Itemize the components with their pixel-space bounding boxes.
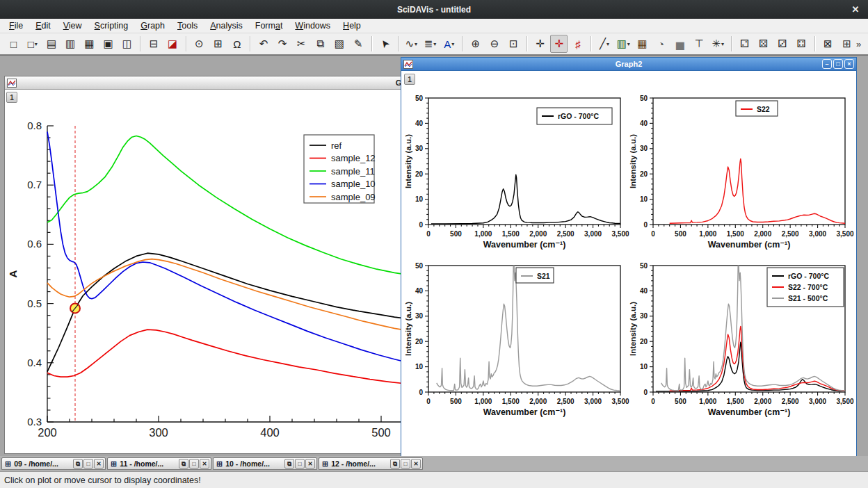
graph2-subplot-top-left[interactable]: 05001,0001,5002,0002,5003,0003,500010203… bbox=[403, 94, 634, 255]
app-close-button[interactable]: ✕ bbox=[849, 3, 862, 16]
convert-to-table-button[interactable]: ⊠ bbox=[819, 35, 837, 53]
copy-button[interactable]: ⧉ bbox=[312, 35, 329, 53]
svg-text:2,500: 2,500 bbox=[782, 398, 799, 405]
zoom-in-icon: ⊕ bbox=[472, 38, 481, 50]
tab-maximize-button[interactable]: □ bbox=[189, 459, 199, 469]
add-legend-menu-button[interactable]: ≣▾ bbox=[421, 35, 439, 53]
graph2-subplot-legend[interactable]: rGO - 700°CS22 - 700°CS21 - 500°C bbox=[767, 268, 844, 307]
graph1-legend[interactable]: refsample_12sample_11sample_10sample_09 bbox=[304, 135, 376, 203]
menu-analysis[interactable]: Analysis bbox=[204, 19, 249, 32]
tab-close-button[interactable]: ✕ bbox=[200, 459, 209, 469]
svg-text:50: 50 bbox=[640, 95, 648, 102]
zoom-in-button[interactable]: ⊕ bbox=[467, 35, 484, 53]
tab-restore-button[interactable]: ⧉ bbox=[284, 459, 294, 469]
lock-toolbars-button[interactable]: Ω bbox=[228, 35, 246, 53]
svg-text:1,000: 1,000 bbox=[699, 398, 716, 405]
print-button[interactable]: ⊟ bbox=[145, 35, 162, 53]
graph2-subplot-bottom-left[interactable]: 05001,0001,5002,0002,5003,0003,500010203… bbox=[403, 261, 634, 423]
save-as-button[interactable]: ◫ bbox=[118, 35, 136, 53]
tab-close-button[interactable]: ✕ bbox=[305, 459, 315, 469]
export-pdf-button[interactable]: ◪ bbox=[164, 35, 182, 53]
new-window-menu-button[interactable]: □▾ bbox=[24, 35, 41, 53]
cut-button[interactable]: ✂ bbox=[293, 35, 310, 53]
add-curve-menu-button[interactable]: ∿▾ bbox=[403, 35, 420, 53]
graph2-titlebar[interactable]: Graph2 – □ × bbox=[401, 58, 856, 71]
plot-3d-bars-button[interactable]: ⚁ bbox=[736, 35, 753, 53]
graph2-subplot-top-right[interactable]: 05001,0001,5002,0002,5003,0003,500010203… bbox=[628, 94, 857, 255]
paste-button[interactable]: ▧ bbox=[330, 35, 348, 53]
tab-maximize-button[interactable]: □ bbox=[83, 459, 93, 469]
menu-edit[interactable]: Edit bbox=[29, 19, 57, 32]
menu-tools[interactable]: Tools bbox=[171, 19, 204, 32]
menu-windows[interactable]: Windows bbox=[289, 19, 337, 32]
menu-view[interactable]: View bbox=[57, 19, 88, 32]
graph2-window[interactable]: Graph2 – □ × 1 05001,0001,5002,0002,5003… bbox=[401, 57, 857, 456]
tab-close-button[interactable]: ✕ bbox=[94, 459, 104, 469]
save-project-button[interactable]: ▣ bbox=[99, 35, 117, 53]
dropdown-caret-icon: ▾ bbox=[721, 41, 724, 47]
plot-pie-button[interactable]: ◔ bbox=[652, 35, 670, 53]
graph2-subplot-legend[interactable]: rGO - 700°C bbox=[537, 108, 612, 124]
tab-restore-button[interactable]: ⧉ bbox=[390, 459, 400, 469]
plot-histogram-button[interactable]: ▅ bbox=[671, 35, 689, 53]
svg-text:A: A bbox=[7, 270, 19, 277]
svg-text:2,500: 2,500 bbox=[557, 230, 574, 238]
select-data-range-button[interactable]: ♯ bbox=[569, 35, 586, 53]
data-reader-button[interactable]: ✛ bbox=[550, 35, 568, 53]
taskbar-tab[interactable]: ⊞10 - /home/...⧉□✕ bbox=[213, 457, 317, 470]
graph2-subplot-bottom-right[interactable]: 05001,0001,5002,0002,5003,0003,500010203… bbox=[628, 261, 857, 423]
show-table-button[interactable]: ⊞ bbox=[209, 35, 227, 53]
plot-colormap-button[interactable]: ▦ bbox=[634, 35, 651, 53]
svg-text:0: 0 bbox=[643, 221, 648, 229]
menu-scripting[interactable]: Scripting bbox=[88, 19, 135, 32]
tab-maximize-button[interactable]: □ bbox=[401, 459, 410, 469]
graph2-minimize-button[interactable]: – bbox=[822, 59, 832, 69]
graph2-close-button[interactable]: × bbox=[844, 59, 854, 69]
save-project-icon: ▣ bbox=[104, 38, 113, 50]
zoom-out-button[interactable]: ⊖ bbox=[485, 35, 503, 53]
graph2-subplot-legend[interactable]: S21 bbox=[516, 268, 554, 283]
svg-text:40: 40 bbox=[640, 120, 648, 127]
graph2-layer-button[interactable]: 1 bbox=[404, 74, 415, 85]
toolbar-overflow-button[interactable]: » bbox=[856, 39, 861, 49]
toolbar-separator bbox=[371, 36, 372, 51]
menu-format[interactable]: Format bbox=[249, 19, 289, 32]
menu-graph[interactable]: Graph bbox=[134, 19, 171, 32]
plot-menu-button[interactable]: ▥▾ bbox=[615, 35, 632, 53]
plot-3d-trajectory-button[interactable]: ⚂ bbox=[773, 35, 791, 53]
rescale-to-show-all-button[interactable]: ⊡ bbox=[505, 35, 522, 53]
plot-special-menu-button[interactable]: ✳▾ bbox=[709, 35, 727, 53]
menu-help[interactable]: Help bbox=[337, 19, 367, 32]
undo-button[interactable]: ↶ bbox=[255, 35, 272, 53]
plot-boxplot-button[interactable]: ⊤ bbox=[690, 35, 707, 53]
tab-restore-button[interactable]: ⧉ bbox=[179, 459, 188, 469]
open-project-button[interactable]: ▤ bbox=[42, 35, 60, 53]
graph2-subplot-legend[interactable]: S22 bbox=[736, 101, 778, 116]
taskbar-tab[interactable]: ⊞09 - /home/...⧉□✕ bbox=[1, 457, 106, 470]
tab-maximize-button[interactable]: □ bbox=[295, 459, 305, 469]
pointer-button[interactable]: ➤ bbox=[376, 35, 394, 53]
tab-restore-button[interactable]: ⧉ bbox=[73, 459, 83, 469]
add-column-button[interactable]: ⊞ bbox=[838, 35, 855, 53]
taskbar-tab[interactable]: ⊞12 - /home/...⧉□✕ bbox=[319, 457, 423, 470]
graph2-maximize-button[interactable]: □ bbox=[833, 59, 843, 69]
find-button[interactable]: ⊙ bbox=[191, 35, 208, 53]
taskbar-tab-label: 11 - /home/... bbox=[120, 459, 178, 468]
screen-reader-button[interactable]: ✛ bbox=[531, 35, 549, 53]
plot-3d-scatter-button[interactable]: ⚄ bbox=[755, 35, 772, 53]
redo-button[interactable]: ↷ bbox=[274, 35, 291, 53]
toolbar: □□▾▤▥▦▣◫⊟◪⊙⊞Ω↶↷✂⧉▧✎➤∿▾≣▾A▾⊕⊖⊡✛✛♯╱▾▥▾▦◔▅⊤… bbox=[0, 33, 868, 55]
tab-close-button[interactable]: ✕ bbox=[411, 459, 421, 469]
clear-button[interactable]: ✎ bbox=[349, 35, 367, 53]
new-project-button[interactable]: □ bbox=[5, 35, 22, 53]
import-button[interactable]: ▥ bbox=[62, 35, 79, 53]
plot-3d-surface-button[interactable]: ⚃ bbox=[792, 35, 810, 53]
svg-text:20: 20 bbox=[415, 338, 424, 345]
svg-text:3,500: 3,500 bbox=[836, 398, 853, 405]
import-ascii-button[interactable]: ▦ bbox=[81, 35, 98, 53]
taskbar-tab[interactable]: ⊞11 - /home/...⧉□✕ bbox=[107, 457, 211, 470]
draw-line-menu-button[interactable]: ╱▾ bbox=[595, 35, 613, 53]
svg-text:Wavenumber (cm⁻¹): Wavenumber (cm⁻¹) bbox=[708, 240, 791, 250]
menu-file[interactable]: File bbox=[3, 19, 29, 32]
add-text-menu-button[interactable]: A▾ bbox=[440, 35, 458, 53]
